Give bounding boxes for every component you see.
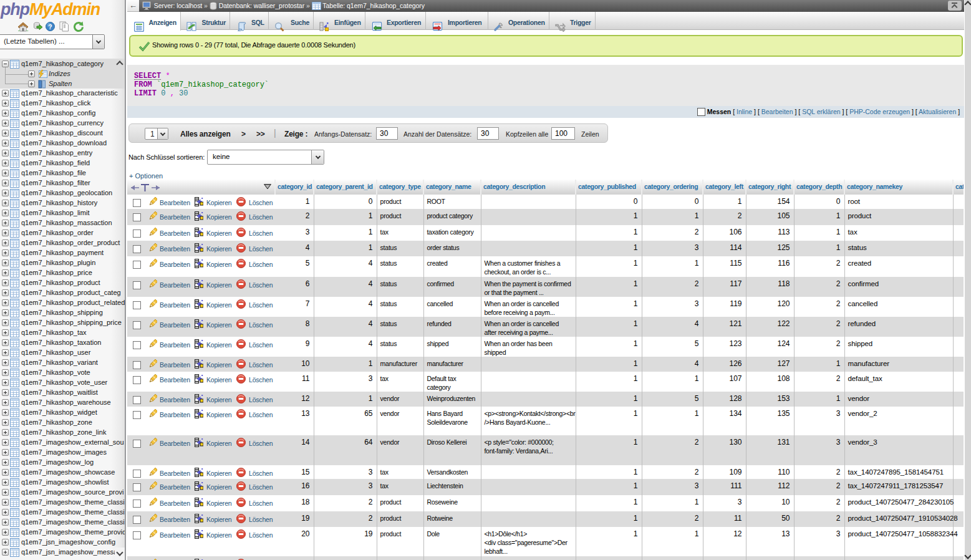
svg-text:?: ? <box>48 23 52 31</box>
